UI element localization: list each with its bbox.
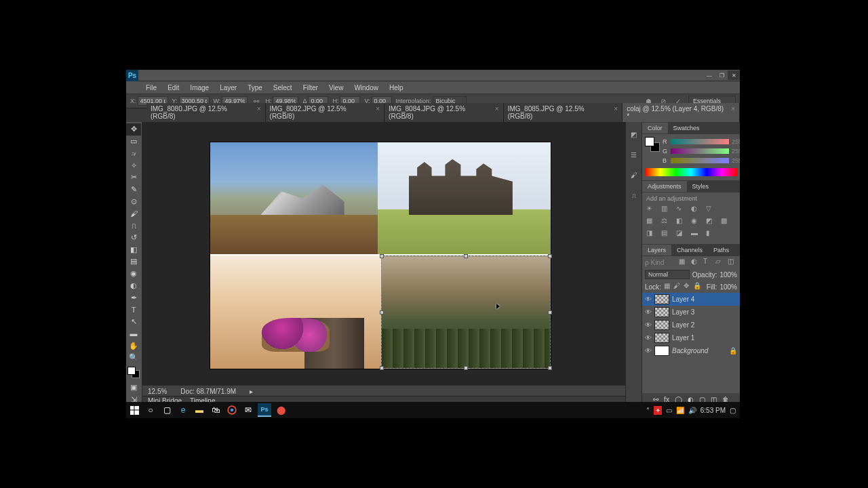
panel-tab-color[interactable]: Color (642, 123, 668, 134)
layer-row[interactable]: 👁Layer 1 (642, 331, 740, 344)
color-spectrum[interactable] (645, 168, 737, 176)
curves-icon[interactable]: ∿ (676, 205, 686, 214)
filter-shape-icon[interactable]: ▱ (715, 258, 725, 267)
transform-handle[interactable] (548, 310, 552, 314)
tab-close-icon[interactable]: × (257, 105, 261, 120)
transform-handle[interactable] (380, 366, 384, 370)
menu-file[interactable]: File (141, 83, 161, 93)
eyedropper-tool[interactable]: ✎ (126, 184, 141, 196)
store-icon[interactable]: 🛍 (208, 402, 224, 418)
hand-tool[interactable]: ✋ (126, 340, 141, 352)
lock-trans-icon[interactable]: ▦ (664, 282, 671, 291)
color-swatch[interactable] (127, 367, 140, 379)
wifi-icon[interactable]: 📶 (676, 407, 684, 414)
filter-type-icon[interactable]: T (703, 258, 713, 267)
volume-icon[interactable]: 🔊 (688, 407, 696, 414)
edge-icon[interactable]: e (175, 402, 191, 418)
visibility-icon[interactable]: 👁 (645, 334, 652, 342)
lock-pos-icon[interactable]: ✥ (684, 282, 690, 291)
layer-row[interactable]: 👁Background🔒 (642, 344, 740, 357)
document-tab[interactable]: colaj @ 12.5% (Layer 4, RGB/8) *× (623, 103, 740, 122)
color-swatch-main[interactable] (645, 137, 660, 152)
eraser-tool[interactable]: ◧ (126, 243, 141, 256)
transform-handle[interactable] (380, 310, 384, 314)
start-button[interactable] (126, 402, 142, 418)
zoom-level[interactable]: 12.5% (148, 388, 167, 395)
filter-kind[interactable]: ρ Kind (645, 259, 664, 266)
menu-help[interactable]: Help (384, 83, 408, 93)
mail-icon[interactable]: ✉ (240, 402, 256, 418)
tray-up-icon[interactable]: ˄ (646, 407, 650, 414)
panel-tab-paths[interactable]: Paths (708, 245, 734, 256)
minimize-button[interactable]: — (703, 70, 715, 80)
opacity-value[interactable]: 100% (719, 271, 737, 279)
menu-window[interactable]: Window (349, 83, 383, 93)
document-tab[interactable]: IMG_8082.JPG @ 12.5% (RGB/8)× (266, 103, 385, 122)
filter-smart-icon[interactable]: ◫ (728, 258, 737, 267)
actions-icon[interactable]: ☰ (629, 149, 639, 160)
document-tab[interactable]: IMG_8080.JPG @ 12.5% (RGB/8)× (146, 103, 266, 122)
levels-icon[interactable]: ▥ (661, 205, 671, 214)
document-canvas[interactable] (210, 142, 551, 369)
transform-handle[interactable] (548, 366, 552, 370)
r-value[interactable]: 255 (732, 138, 737, 145)
marquee-tool[interactable]: ▭ (126, 136, 141, 148)
path-tool[interactable]: ↖ (126, 316, 141, 328)
menu-filter[interactable]: Filter (298, 83, 323, 93)
gradient-tool[interactable]: ▤ (126, 256, 141, 268)
g-slider[interactable] (671, 148, 729, 154)
crop-tool[interactable]: ✂ (126, 171, 141, 184)
tab-close-icon[interactable]: × (495, 105, 499, 120)
transform-handle[interactable] (464, 254, 468, 258)
photoshop-taskbar-icon[interactable]: Ps (258, 403, 271, 417)
document-tab[interactable]: IMG_8084.JPG @ 12.5% (RGB/8)× (384, 103, 504, 122)
panel-tab-channels[interactable]: Channels (671, 245, 708, 256)
menu-type[interactable]: Type (243, 83, 267, 93)
bw-icon[interactable]: ◧ (676, 217, 686, 226)
dodge-tool[interactable]: ◐ (126, 280, 141, 292)
posterize-icon[interactable]: ▤ (661, 229, 671, 239)
hue-icon[interactable]: ▦ (646, 217, 656, 226)
panel-tab-layers[interactable]: Layers (642, 245, 671, 256)
clone-panel-icon[interactable]: ⎍ (629, 190, 639, 201)
notifications-icon[interactable]: ▢ (730, 407, 736, 414)
visibility-icon[interactable]: 👁 (645, 308, 652, 316)
lock-all-icon[interactable]: 🔒 (693, 282, 701, 291)
tab-close-icon[interactable]: × (614, 105, 618, 120)
cortana-icon[interactable]: ○ (142, 402, 159, 418)
explorer-icon[interactable]: ▬ (191, 402, 208, 418)
brightness-icon[interactable]: ☀ (646, 205, 656, 214)
filter-adj-icon[interactable]: ◐ (691, 258, 701, 267)
visibility-icon[interactable]: 👁 (645, 296, 652, 303)
panel-tab-styles[interactable]: Styles (687, 181, 715, 192)
transform-handle[interactable] (464, 366, 468, 370)
zoom-tool[interactable]: 🔍 (126, 352, 141, 364)
fill-value[interactable]: 100% (719, 283, 737, 291)
menu-layer[interactable]: Layer (215, 83, 241, 93)
taskview-icon[interactable]: ▢ (159, 402, 175, 418)
history-icon[interactable]: ◩ (629, 129, 639, 140)
invert-icon[interactable]: ◨ (646, 229, 656, 239)
tab-close-icon[interactable]: × (376, 105, 380, 120)
wand-tool[interactable]: ✧ (126, 159, 141, 171)
canvas-area[interactable]: 12.5% Doc: 68.7M/71.9M ▸ Mini BridgeTime… (142, 122, 625, 405)
maximize-button[interactable]: ❐ (715, 70, 728, 80)
channelmixer-icon[interactable]: ◩ (706, 217, 715, 226)
stamp-tool[interactable]: ⎍ (126, 220, 141, 232)
menu-view[interactable]: View (324, 83, 349, 93)
tab-close-icon[interactable]: × (731, 105, 735, 120)
history-brush-tool[interactable]: ↺ (126, 232, 141, 244)
move-tool[interactable]: ✥ (126, 123, 141, 136)
g-value[interactable]: 255 (732, 148, 737, 155)
photofilter-icon[interactable]: ◉ (691, 217, 701, 226)
menu-image[interactable]: Image (185, 83, 214, 93)
vibrance-icon[interactable]: ▽ (706, 205, 715, 214)
gradientmap-icon[interactable]: ▬ (691, 229, 701, 239)
panel-tab-swatches[interactable]: Swatches (668, 123, 705, 134)
close-button[interactable]: ✕ (728, 70, 740, 80)
battery-icon[interactable]: ▭ (666, 407, 672, 414)
colorlookup-icon[interactable]: ▩ (721, 217, 730, 226)
visibility-icon[interactable]: 👁 (645, 321, 652, 329)
filter-pixel-icon[interactable]: ▦ (679, 258, 688, 267)
menu-edit[interactable]: Edit (163, 83, 184, 93)
